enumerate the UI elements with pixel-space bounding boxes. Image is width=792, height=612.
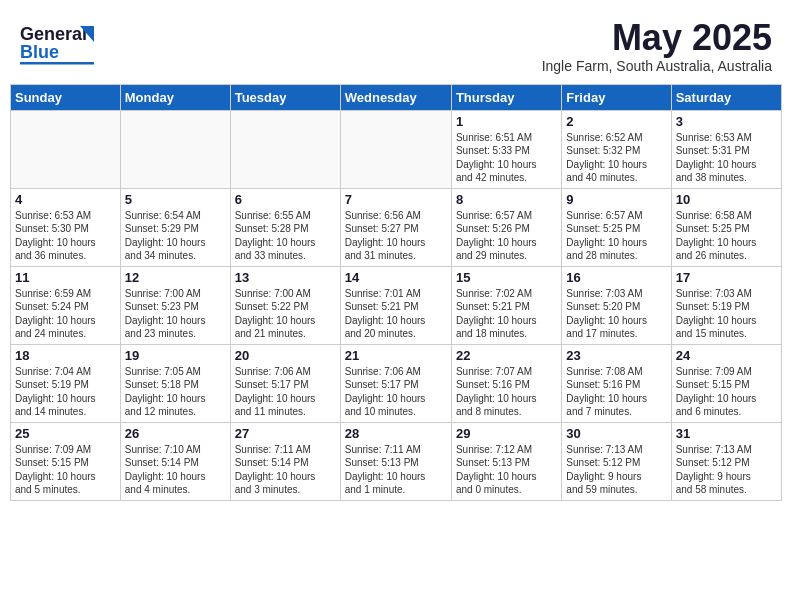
day-info: Sunrise: 7:06 AMSunset: 5:17 PMDaylight:…	[345, 365, 447, 419]
day-info: Sunrise: 7:06 AMSunset: 5:17 PMDaylight:…	[235, 365, 336, 419]
day-info: Sunrise: 7:04 AMSunset: 5:19 PMDaylight:…	[15, 365, 116, 419]
header-sunday: Sunday	[11, 84, 121, 110]
calendar-cell: 5Sunrise: 6:54 AMSunset: 5:29 PMDaylight…	[120, 188, 230, 266]
day-info: Sunrise: 7:01 AMSunset: 5:21 PMDaylight:…	[345, 287, 447, 341]
calendar-cell: 24Sunrise: 7:09 AMSunset: 5:15 PMDayligh…	[671, 344, 781, 422]
page-header: General Blue May 2025 Ingle Farm, South …	[10, 10, 782, 78]
day-number: 9	[566, 192, 666, 207]
svg-rect-3	[20, 62, 94, 65]
calendar-cell: 29Sunrise: 7:12 AMSunset: 5:13 PMDayligh…	[451, 422, 561, 500]
calendar-cell: 31Sunrise: 7:13 AMSunset: 5:12 PMDayligh…	[671, 422, 781, 500]
week-row-2: 11Sunrise: 6:59 AMSunset: 5:24 PMDayligh…	[11, 266, 782, 344]
day-number: 19	[125, 348, 226, 363]
location-title: Ingle Farm, South Australia, Australia	[542, 58, 772, 74]
day-number: 3	[676, 114, 777, 129]
day-info: Sunrise: 7:12 AMSunset: 5:13 PMDaylight:…	[456, 443, 557, 497]
day-number: 7	[345, 192, 447, 207]
calendar-header-row: SundayMondayTuesdayWednesdayThursdayFrid…	[11, 84, 782, 110]
day-info: Sunrise: 7:00 AMSunset: 5:22 PMDaylight:…	[235, 287, 336, 341]
day-info: Sunrise: 7:09 AMSunset: 5:15 PMDaylight:…	[15, 443, 116, 497]
calendar-cell: 30Sunrise: 7:13 AMSunset: 5:12 PMDayligh…	[562, 422, 671, 500]
header-monday: Monday	[120, 84, 230, 110]
calendar-cell: 10Sunrise: 6:58 AMSunset: 5:25 PMDayligh…	[671, 188, 781, 266]
day-number: 11	[15, 270, 116, 285]
day-info: Sunrise: 7:07 AMSunset: 5:16 PMDaylight:…	[456, 365, 557, 419]
month-title: May 2025	[542, 18, 772, 58]
calendar-cell: 16Sunrise: 7:03 AMSunset: 5:20 PMDayligh…	[562, 266, 671, 344]
day-info: Sunrise: 7:02 AMSunset: 5:21 PMDaylight:…	[456, 287, 557, 341]
day-info: Sunrise: 6:57 AMSunset: 5:26 PMDaylight:…	[456, 209, 557, 263]
calendar-cell: 18Sunrise: 7:04 AMSunset: 5:19 PMDayligh…	[11, 344, 121, 422]
calendar-cell: 20Sunrise: 7:06 AMSunset: 5:17 PMDayligh…	[230, 344, 340, 422]
day-number: 31	[676, 426, 777, 441]
day-number: 23	[566, 348, 666, 363]
week-row-1: 4Sunrise: 6:53 AMSunset: 5:30 PMDaylight…	[11, 188, 782, 266]
header-saturday: Saturday	[671, 84, 781, 110]
day-number: 5	[125, 192, 226, 207]
calendar-cell: 4Sunrise: 6:53 AMSunset: 5:30 PMDaylight…	[11, 188, 121, 266]
day-info: Sunrise: 6:59 AMSunset: 5:24 PMDaylight:…	[15, 287, 116, 341]
calendar-cell: 3Sunrise: 6:53 AMSunset: 5:31 PMDaylight…	[671, 110, 781, 188]
day-info: Sunrise: 7:09 AMSunset: 5:15 PMDaylight:…	[676, 365, 777, 419]
calendar-cell: 9Sunrise: 6:57 AMSunset: 5:25 PMDaylight…	[562, 188, 671, 266]
header-friday: Friday	[562, 84, 671, 110]
day-info: Sunrise: 7:13 AMSunset: 5:12 PMDaylight:…	[566, 443, 666, 497]
day-number: 15	[456, 270, 557, 285]
calendar-cell: 11Sunrise: 6:59 AMSunset: 5:24 PMDayligh…	[11, 266, 121, 344]
day-number: 28	[345, 426, 447, 441]
day-info: Sunrise: 7:03 AMSunset: 5:19 PMDaylight:…	[676, 287, 777, 341]
calendar-cell: 7Sunrise: 6:56 AMSunset: 5:27 PMDaylight…	[340, 188, 451, 266]
calendar-cell: 17Sunrise: 7:03 AMSunset: 5:19 PMDayligh…	[671, 266, 781, 344]
calendar-cell: 15Sunrise: 7:02 AMSunset: 5:21 PMDayligh…	[451, 266, 561, 344]
day-number: 2	[566, 114, 666, 129]
day-info: Sunrise: 7:08 AMSunset: 5:16 PMDaylight:…	[566, 365, 666, 419]
calendar-cell: 26Sunrise: 7:10 AMSunset: 5:14 PMDayligh…	[120, 422, 230, 500]
week-row-3: 18Sunrise: 7:04 AMSunset: 5:19 PMDayligh…	[11, 344, 782, 422]
day-number: 4	[15, 192, 116, 207]
day-number: 25	[15, 426, 116, 441]
calendar-cell: 14Sunrise: 7:01 AMSunset: 5:21 PMDayligh…	[340, 266, 451, 344]
day-number: 14	[345, 270, 447, 285]
day-number: 10	[676, 192, 777, 207]
day-info: Sunrise: 6:51 AMSunset: 5:33 PMDaylight:…	[456, 131, 557, 185]
day-info: Sunrise: 6:56 AMSunset: 5:27 PMDaylight:…	[345, 209, 447, 263]
calendar-cell: 1Sunrise: 6:51 AMSunset: 5:33 PMDaylight…	[451, 110, 561, 188]
calendar-cell: 22Sunrise: 7:07 AMSunset: 5:16 PMDayligh…	[451, 344, 561, 422]
title-block: May 2025 Ingle Farm, South Australia, Au…	[542, 18, 772, 74]
calendar-cell: 8Sunrise: 6:57 AMSunset: 5:26 PMDaylight…	[451, 188, 561, 266]
header-thursday: Thursday	[451, 84, 561, 110]
day-number: 1	[456, 114, 557, 129]
day-info: Sunrise: 6:54 AMSunset: 5:29 PMDaylight:…	[125, 209, 226, 263]
day-info: Sunrise: 6:53 AMSunset: 5:31 PMDaylight:…	[676, 131, 777, 185]
calendar-cell: 23Sunrise: 7:08 AMSunset: 5:16 PMDayligh…	[562, 344, 671, 422]
day-number: 16	[566, 270, 666, 285]
calendar-cell	[120, 110, 230, 188]
calendar-cell: 13Sunrise: 7:00 AMSunset: 5:22 PMDayligh…	[230, 266, 340, 344]
day-number: 18	[15, 348, 116, 363]
calendar-cell: 12Sunrise: 7:00 AMSunset: 5:23 PMDayligh…	[120, 266, 230, 344]
calendar-table: SundayMondayTuesdayWednesdayThursdayFrid…	[10, 84, 782, 501]
day-number: 29	[456, 426, 557, 441]
calendar-cell	[230, 110, 340, 188]
day-info: Sunrise: 7:00 AMSunset: 5:23 PMDaylight:…	[125, 287, 226, 341]
day-number: 13	[235, 270, 336, 285]
calendar-cell: 19Sunrise: 7:05 AMSunset: 5:18 PMDayligh…	[120, 344, 230, 422]
day-info: Sunrise: 6:58 AMSunset: 5:25 PMDaylight:…	[676, 209, 777, 263]
day-number: 20	[235, 348, 336, 363]
calendar-cell: 2Sunrise: 6:52 AMSunset: 5:32 PMDaylight…	[562, 110, 671, 188]
logo: General Blue	[20, 18, 100, 70]
day-number: 17	[676, 270, 777, 285]
day-number: 22	[456, 348, 557, 363]
header-tuesday: Tuesday	[230, 84, 340, 110]
calendar-cell	[340, 110, 451, 188]
day-info: Sunrise: 7:05 AMSunset: 5:18 PMDaylight:…	[125, 365, 226, 419]
day-info: Sunrise: 6:53 AMSunset: 5:30 PMDaylight:…	[15, 209, 116, 263]
day-info: Sunrise: 7:13 AMSunset: 5:12 PMDaylight:…	[676, 443, 777, 497]
calendar-cell: 21Sunrise: 7:06 AMSunset: 5:17 PMDayligh…	[340, 344, 451, 422]
day-number: 21	[345, 348, 447, 363]
calendar-cell: 27Sunrise: 7:11 AMSunset: 5:14 PMDayligh…	[230, 422, 340, 500]
day-number: 12	[125, 270, 226, 285]
calendar-cell	[11, 110, 121, 188]
logo-svg: General Blue	[20, 18, 100, 70]
day-number: 8	[456, 192, 557, 207]
